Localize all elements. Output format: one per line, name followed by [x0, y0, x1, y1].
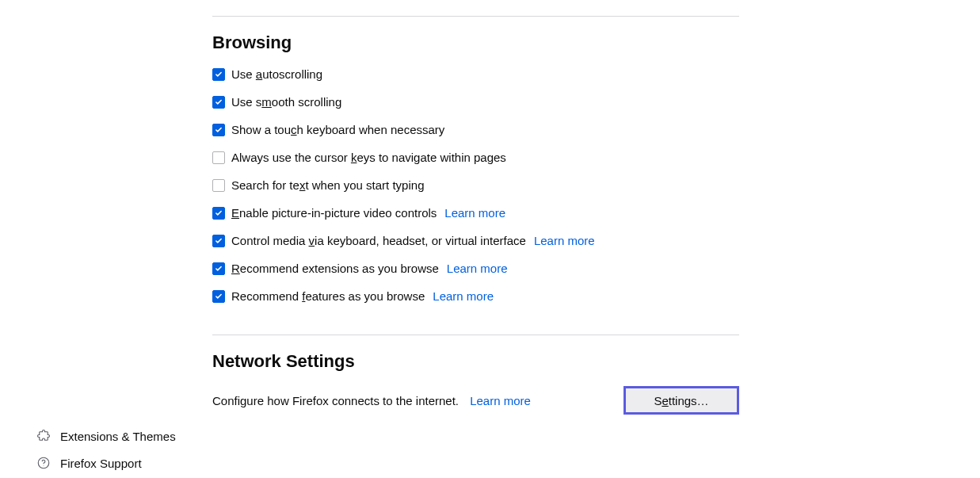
divider	[212, 335, 739, 335]
label-text-before: Always use the cursor	[231, 151, 351, 164]
checkmark-icon	[215, 293, 223, 300]
checkbox-label[interactable]: Show a touch keyboard when necessary	[231, 123, 444, 136]
label-text-before: Search for te	[231, 178, 299, 192]
label-accesskey: m	[261, 95, 272, 109]
puzzle-piece-icon	[36, 429, 51, 443]
checkmark-icon	[215, 126, 223, 134]
checkbox-label[interactable]: Enable picture-in-picture video controls	[231, 206, 437, 220]
learn-more-link[interactable]: Learn more	[447, 262, 508, 275]
sidebar-extensions-themes[interactable]: Extensions & Themes	[36, 429, 176, 443]
divider	[212, 16, 739, 17]
checkbox-label[interactable]: Use autoscrolling	[231, 67, 322, 81]
question-circle-icon	[36, 456, 51, 470]
learn-more-link[interactable]: Learn more	[433, 289, 494, 303]
sidebar-item-label: Firefox Support	[60, 457, 142, 470]
browsing-section-title: Browsing	[212, 33, 739, 53]
network-settings-row: Configure how Firefox connects to the in…	[212, 386, 739, 415]
browsing-options-list: Use autoscrollingUse smooth scrollingSho…	[212, 67, 739, 303]
label-text-before: Show a tou	[231, 123, 291, 136]
label-text-before: Recommend	[231, 289, 302, 303]
checkbox-label[interactable]: Always use the cursor keys to navigate w…	[231, 151, 506, 164]
network-description: Configure how Firefox connects to the in…	[212, 394, 459, 407]
label-accesskey: c	[291, 123, 297, 136]
checkbox-label[interactable]: Search for text when you start typing	[231, 178, 424, 192]
settings-button-text-after: ttings…	[669, 394, 709, 407]
network-desc-wrap: Configure how Firefox connects to the in…	[212, 394, 531, 407]
sidebar-firefox-support[interactable]: Firefox Support	[36, 456, 176, 470]
checkmark-icon	[215, 237, 223, 245]
checkmark-icon	[215, 71, 223, 78]
label-text-after: ia keyboard, headset, or virtual interfa…	[315, 234, 526, 247]
checkbox-label[interactable]: Recommend extensions as you browse	[231, 262, 439, 275]
label-text-after: utoscrolling	[262, 67, 322, 81]
label-text-after: nable picture-in-picture video controls	[239, 206, 437, 220]
checkbox-label[interactable]: Control media via keyboard, headset, or …	[231, 234, 526, 247]
checkbox-row: Enable picture-in-picture video controls…	[212, 206, 739, 220]
checkbox-row: Search for text when you start typing	[212, 178, 739, 192]
settings-button-accesskey: e	[662, 394, 668, 407]
checkmark-icon	[215, 98, 223, 106]
checkbox-label[interactable]: Use smooth scrolling	[231, 95, 341, 109]
svg-point-1	[44, 465, 44, 466]
label-accesskey: v	[309, 234, 315, 247]
checkbox[interactable]	[212, 124, 225, 136]
checkbox-row: Always use the cursor keys to navigate w…	[212, 151, 739, 164]
network-section-title: Network Settings	[212, 351, 739, 372]
label-text-before: Control media	[231, 234, 309, 247]
checkbox-row: Show a touch keyboard when necessary	[212, 123, 739, 136]
label-text-after: eatures as you browse	[305, 289, 425, 303]
checkbox[interactable]	[212, 207, 225, 220]
checkmark-icon	[215, 209, 223, 217]
label-text-after: ooth scrolling	[272, 95, 341, 109]
checkbox[interactable]	[212, 290, 225, 303]
checkbox[interactable]	[212, 262, 225, 275]
checkbox[interactable]	[212, 235, 225, 247]
checkbox-label[interactable]: Recommend features as you browse	[231, 289, 425, 303]
checkbox-row: Use smooth scrolling	[212, 95, 739, 109]
checkbox-row: Recommend extensions as you browseLearn …	[212, 262, 739, 275]
label-text-after: h keyboard when necessary	[297, 123, 445, 136]
checkbox[interactable]	[212, 151, 225, 164]
settings-content: Browsing Use autoscrollingUse smooth scr…	[212, 0, 739, 415]
checkbox-row: Use autoscrolling	[212, 67, 739, 81]
label-text-after: t when you start typing	[305, 178, 424, 192]
label-text-after: eys to navigate within pages	[357, 151, 505, 164]
sidebar-footer: Extensions & Themes Firefox Support	[36, 429, 176, 470]
label-accesskey: E	[231, 206, 239, 220]
label-accesskey: a	[256, 67, 262, 81]
checkbox[interactable]	[212, 96, 225, 109]
label-text-before: Use	[231, 67, 256, 81]
label-text-after: ecommend extensions as you browse	[240, 262, 439, 275]
label-accesskey: R	[231, 262, 240, 275]
checkbox[interactable]	[212, 179, 225, 192]
network-learn-more-link[interactable]: Learn more	[470, 394, 531, 407]
network-settings-button[interactable]: Settings…	[623, 386, 739, 415]
checkbox[interactable]	[212, 68, 225, 81]
checkbox-row: Control media via keyboard, headset, or …	[212, 234, 739, 247]
checkmark-icon	[215, 265, 223, 273]
learn-more-link[interactable]: Learn more	[444, 206, 505, 220]
label-text-before: Use s	[231, 95, 261, 109]
sidebar-item-label: Extensions & Themes	[60, 430, 176, 443]
learn-more-link[interactable]: Learn more	[534, 234, 595, 247]
checkbox-row: Recommend features as you browseLearn mo…	[212, 289, 739, 303]
settings-button-text-before: S	[654, 394, 662, 407]
